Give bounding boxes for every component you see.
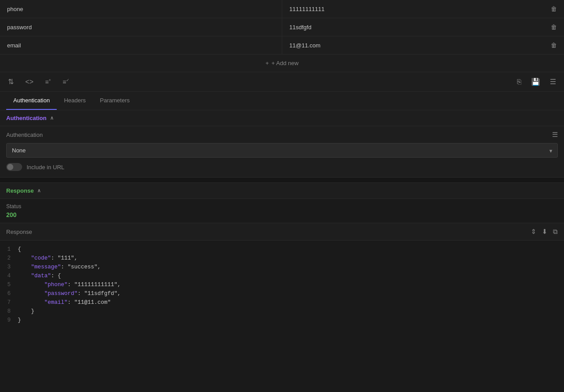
response-section-header: Response ∧ xyxy=(0,183,564,199)
field-key-2: email xyxy=(0,36,282,54)
auth-select-wrapper: NoneBasic AuthBearer TokenOAuth 2.0API K… xyxy=(6,143,558,158)
code-line: 7 "email": "11@11.com" xyxy=(0,298,564,307)
auth-subsection: Authentication ☰ NoneBasic AuthBearer To… xyxy=(0,126,564,178)
status-row: Status 200 xyxy=(0,199,564,223)
line-content: } xyxy=(18,307,35,316)
auth-menu-icon[interactable]: ☰ xyxy=(552,131,558,139)
toolbar-right: ⎘ 💾 ☰ xyxy=(515,77,558,87)
field-delete-cell-1: 🗑 xyxy=(544,18,564,36)
line-number: 2 xyxy=(0,254,18,263)
auth-select-row: NoneBasic AuthBearer TokenOAuth 2.0API K… xyxy=(6,143,558,158)
line-content: } xyxy=(18,316,21,325)
line-number: 4 xyxy=(0,272,18,280)
delete-button-2[interactable]: 🗑 xyxy=(547,40,560,50)
plus-icon: + xyxy=(265,60,269,66)
response-body-label: Response xyxy=(6,229,32,235)
line-number: 5 xyxy=(0,280,18,289)
include-url-label: Include in URL xyxy=(27,164,64,171)
code-block: 1{2 "code": "111",3 "message": "success"… xyxy=(0,241,564,329)
delete-button-1[interactable]: 🗑 xyxy=(547,22,560,32)
download-icon[interactable]: ⬇ xyxy=(542,228,548,236)
add-new-label: + Add new xyxy=(272,60,299,66)
line-content: "password": "11sdfgfd", xyxy=(18,289,121,298)
line-number: 7 xyxy=(0,298,18,307)
code-line: 9} xyxy=(0,316,564,325)
field-value-1: 11sdfgfd xyxy=(282,18,544,36)
line-number: 6 xyxy=(0,289,18,298)
auth-collapse-icon[interactable]: ∧ xyxy=(50,115,54,121)
menu-icon[interactable]: ☰ xyxy=(548,77,558,87)
response-section-title: Response ∧ xyxy=(6,187,41,194)
response-body-header: Response ⇕ ⬇ ⧉ xyxy=(0,223,564,241)
toolbar-left: ⇅ <> ≡+ ≡✓ xyxy=(6,77,71,87)
code-line: 5 "phone": "11111111111", xyxy=(0,280,564,289)
field-delete-cell-0: 🗑 xyxy=(544,0,564,18)
line-content: "data": { xyxy=(18,272,61,280)
response-title-text: Response xyxy=(6,187,34,194)
add-new-row: + + Add new xyxy=(0,54,564,72)
auth-section-header: Authentication ∧ xyxy=(0,110,564,126)
line-content: "code": "111", xyxy=(18,254,78,263)
table-row: phone 11111111111 🗑 xyxy=(0,0,564,18)
filter-check-icon[interactable]: ≡✓ xyxy=(61,77,71,86)
filter-add-icon[interactable]: ≡+ xyxy=(43,77,53,86)
copy-icon[interactable]: ⎘ xyxy=(515,77,523,87)
status-value: 200 xyxy=(6,211,558,218)
code-line: 8 } xyxy=(0,307,564,316)
delete-button-0[interactable]: 🗑 xyxy=(547,4,560,14)
include-url-toggle[interactable] xyxy=(6,163,22,171)
tab-authentication[interactable]: Authentication xyxy=(6,92,57,110)
field-value-2: 11@11.com xyxy=(282,36,544,54)
field-delete-cell-2: 🗑 xyxy=(544,36,564,54)
field-value-0: 11111111111 xyxy=(282,0,544,18)
auth-title-text: Authentication xyxy=(6,115,47,121)
include-url-row: Include in URL xyxy=(6,163,558,171)
tabs-row: Authentication Headers Parameters xyxy=(0,92,564,110)
code-line: 6 "password": "11sdfgfd", xyxy=(0,289,564,298)
response-collapse-icon[interactable]: ∧ xyxy=(37,188,41,194)
line-content: "message": "success", xyxy=(18,263,101,272)
sort-icon[interactable]: ⇅ xyxy=(6,77,16,87)
auth-dropdown[interactable]: NoneBasic AuthBearer TokenOAuth 2.0API K… xyxy=(6,143,558,158)
table-row: password 11sdfgfd 🗑 xyxy=(0,18,564,36)
line-number: 3 xyxy=(0,263,18,272)
table-row: email 11@11.com 🗑 xyxy=(0,36,564,54)
auth-label: Authentication xyxy=(6,132,43,138)
code-icon[interactable]: <> xyxy=(23,77,35,87)
add-new-button[interactable]: + + Add new xyxy=(265,60,299,66)
toolbar: ⇅ <> ≡+ ≡✓ ⎘ 💾 ☰ xyxy=(0,72,564,92)
tab-parameters[interactable]: Parameters xyxy=(93,92,137,110)
field-key-0: phone xyxy=(0,0,282,18)
auth-label-row: Authentication ☰ xyxy=(6,131,558,139)
code-line: 2 "code": "111", xyxy=(0,254,564,263)
line-content: "email": "11@11.com" xyxy=(18,298,111,307)
code-line: 1{ xyxy=(0,245,564,254)
response-actions: ⇕ ⬇ ⧉ xyxy=(531,228,558,236)
line-number: 9 xyxy=(0,316,18,325)
code-line: 4 "data": { xyxy=(0,272,564,280)
line-number: 1 xyxy=(0,245,18,254)
code-line: 3 "message": "success", xyxy=(0,263,564,272)
line-number: 8 xyxy=(0,307,18,316)
save-icon[interactable]: 💾 xyxy=(529,77,542,87)
auth-section-title: Authentication ∧ xyxy=(6,115,54,121)
tab-headers[interactable]: Headers xyxy=(57,92,93,110)
expand-collapse-icon[interactable]: ⇕ xyxy=(531,228,537,236)
line-content: "phone": "11111111111", xyxy=(18,280,121,289)
copy-response-icon[interactable]: ⧉ xyxy=(553,228,558,236)
field-key-1: password xyxy=(0,18,282,36)
line-content: { xyxy=(18,245,21,254)
status-label: Status xyxy=(6,203,558,210)
fields-table: phone 11111111111 🗑 password 11sdfgfd 🗑 … xyxy=(0,0,564,54)
